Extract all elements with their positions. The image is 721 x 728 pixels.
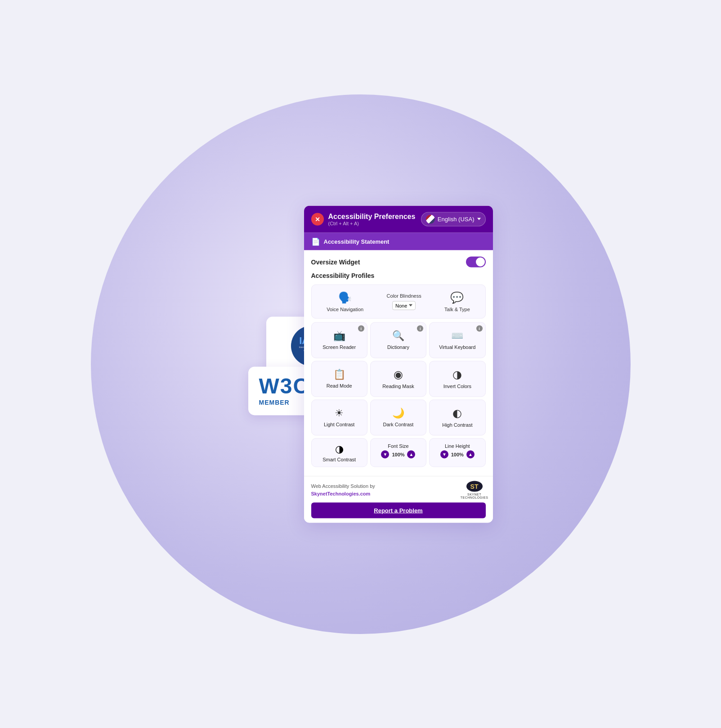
screen-reader-icon: 📺 [333, 330, 345, 341]
dictionary-icon: 🔍 [392, 330, 404, 341]
dictionary-item[interactable]: i 🔍 Dictionary [370, 322, 426, 358]
light-contrast-label: Light Contrast [324, 421, 354, 427]
light-contrast-item[interactable]: ☀ Light Contrast [311, 399, 367, 435]
voice-navigation-label: Voice Navigation [327, 306, 363, 312]
screen-reader-item[interactable]: i 📺 Screen Reader [311, 322, 367, 358]
high-contrast-item[interactable]: ◐ High Contrast [429, 399, 485, 435]
flag-icon [426, 214, 435, 223]
talk-type-label: Talk & Type [444, 306, 470, 312]
st-logo: ST SKYNETTECHNOLOGIES [463, 481, 486, 499]
profiles-top-row: 🗣️ Voice Navigation Color Blindness None… [311, 284, 486, 318]
st-logo-circle: ST [466, 481, 483, 491]
talk-type-item[interactable]: 💬 Talk & Type [444, 291, 470, 312]
smart-contrast-label: Smart Contrast [322, 456, 356, 462]
accessibility-widget-panel: ✕ Accessibility Preferences (Ctrl + Alt … [304, 205, 493, 523]
widget-footer: Web Accessibility Solution by SkynetTech… [304, 476, 493, 523]
virtual-keyboard-icon: ⌨️ [451, 330, 463, 341]
close-button[interactable]: ✕ [311, 213, 324, 225]
header-title-group: Accessibility Preferences (Ctrl + Alt + … [328, 212, 416, 226]
voice-navigation-icon: 🗣️ [338, 291, 352, 304]
dictionary-info-icon: i [417, 325, 423, 331]
font-size-value: 100% [391, 451, 405, 457]
color-blindness-value: None [395, 303, 407, 308]
line-height-increase-button[interactable]: ▲ [466, 450, 475, 458]
header-left: ✕ Accessibility Preferences (Ctrl + Alt … [311, 212, 416, 226]
feature-grid-row1: i 📺 Screen Reader i 🔍 Dictionary i ⌨️ Vi… [311, 322, 486, 358]
footer-branding-row: Web Accessibility Solution by SkynetTech… [311, 481, 486, 499]
chevron-down-icon [477, 218, 481, 220]
virtual-keyboard-label: Virtual Keyboard [439, 344, 475, 350]
font-size-decrease-button[interactable]: ▼ [381, 450, 389, 458]
cb-chevron-icon [409, 304, 412, 307]
panel-shortcut: (Ctrl + Alt + A) [328, 221, 416, 226]
dark-contrast-icon: 🌙 [392, 407, 404, 419]
invert-colors-label: Invert Colors [443, 383, 471, 389]
font-size-control: ▼ 100% ▲ [381, 450, 415, 458]
line-height-value: 100% [450, 451, 465, 457]
branding-line1: Web Accessibility Solution by [311, 483, 375, 489]
virtual-keyboard-item[interactable]: i ⌨️ Virtual Keyboard [429, 322, 485, 358]
dark-contrast-label: Dark Contrast [383, 421, 414, 427]
line-height-decrease-button[interactable]: ▼ [440, 450, 448, 458]
oversize-widget-row: Oversize Widget [311, 256, 486, 267]
widget-body: Oversize Widget Accessibility Profiles 🗣… [304, 250, 493, 476]
read-mode-item[interactable]: 📋 Read Mode [311, 361, 367, 397]
reading-mask-icon: ◉ [394, 368, 403, 380]
report-problem-button[interactable]: Report a Problem [311, 502, 486, 518]
document-icon: 📄 [311, 237, 320, 246]
read-mode-icon: 📋 [333, 368, 345, 380]
font-size-item: Font Size ▼ 100% ▲ [370, 438, 426, 467]
invert-colors-item[interactable]: ◑ Invert Colors [429, 361, 485, 397]
feature-grid-row2: 📋 Read Mode ◉ Reading Mask ◑ Invert Colo… [311, 361, 486, 397]
color-blindness-select[interactable]: None [392, 301, 416, 310]
font-size-label: Font Size [388, 443, 408, 448]
color-blindness-item: Color Blindness None [387, 293, 421, 310]
feature-grid-row3: ☀ Light Contrast 🌙 Dark Contrast ◐ High … [311, 399, 486, 435]
read-mode-label: Read Mode [327, 383, 352, 389]
oversize-widget-toggle[interactable] [466, 256, 486, 267]
invert-colors-icon: ◑ [452, 368, 462, 380]
color-blindness-label: Color Blindness [387, 293, 421, 298]
accessibility-statement-label: Accessibility Statement [324, 238, 390, 245]
stepper-grid-row: ◑ Smart Contrast Font Size ▼ 100% ▲ Line… [311, 438, 486, 467]
smart-contrast-icon: ◑ [335, 443, 344, 455]
smart-contrast-item[interactable]: ◑ Smart Contrast [311, 438, 367, 467]
line-height-label: Line Height [445, 443, 470, 448]
line-height-item: Line Height ▼ 100% ▲ [429, 438, 485, 467]
screen-reader-label: Screen Reader [322, 344, 356, 350]
voice-navigation-item[interactable]: 🗣️ Voice Navigation [327, 291, 363, 312]
accessibility-statement-bar[interactable]: 📄 Accessibility Statement [304, 232, 493, 250]
oversize-widget-label: Oversize Widget [311, 258, 360, 265]
font-size-increase-button[interactable]: ▲ [407, 450, 415, 458]
language-label: English (USA) [438, 216, 475, 223]
screen-reader-info-icon: i [358, 325, 364, 331]
profiles-section-title: Accessibility Profiles [311, 272, 486, 279]
language-selector[interactable]: English (USA) [421, 212, 486, 226]
virtual-keyboard-info-icon: i [476, 325, 483, 331]
widget-header: ✕ Accessibility Preferences (Ctrl + Alt … [304, 205, 493, 232]
line-height-control: ▼ 100% ▲ [440, 450, 475, 458]
st-logo-text: SKYNETTECHNOLOGIES [461, 492, 488, 499]
high-contrast-icon: ◐ [452, 406, 462, 419]
dictionary-label: Dictionary [387, 344, 409, 350]
panel-title: Accessibility Preferences [328, 212, 416, 220]
high-contrast-label: High Contrast [442, 422, 472, 428]
footer-branding: Web Accessibility Solution by SkynetTech… [311, 482, 375, 497]
branding-link[interactable]: SkynetTechnologies.com [311, 491, 371, 496]
reading-mask-item[interactable]: ◉ Reading Mask [370, 361, 426, 397]
reading-mask-label: Reading Mask [382, 383, 414, 389]
talk-type-icon: 💬 [450, 291, 464, 304]
dark-contrast-item[interactable]: 🌙 Dark Contrast [370, 399, 426, 435]
light-contrast-icon: ☀ [335, 407, 344, 419]
